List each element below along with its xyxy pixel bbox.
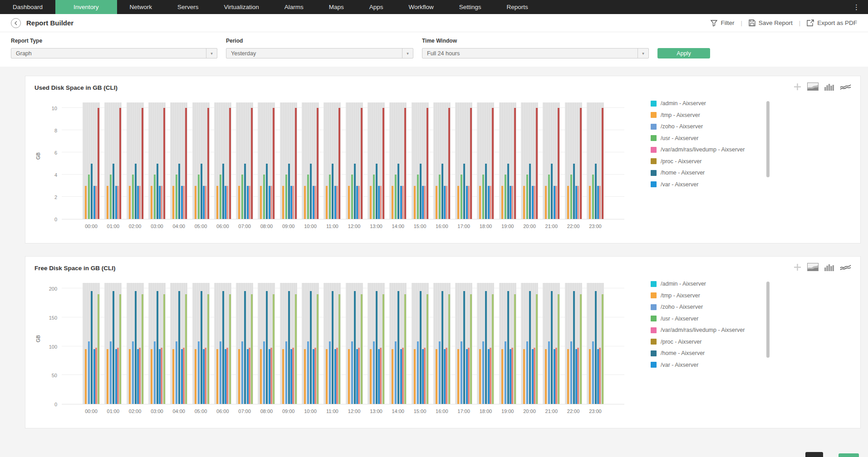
select-period[interactable]: Yesterday▾	[226, 48, 413, 58]
legend-item[interactable]: /admin - Aixserver	[651, 100, 770, 107]
x-tick-label: 08:00	[255, 408, 278, 414]
bar	[592, 175, 594, 219]
bar	[338, 108, 340, 219]
bar	[505, 175, 506, 219]
chart-title: Used Disk Space in GB (CLI)	[34, 84, 851, 91]
category-band	[587, 283, 604, 404]
select-time-window[interactable]: Full 24 hours▾	[422, 48, 649, 58]
category-band	[543, 102, 560, 219]
nav-item-servers[interactable]: Servers	[165, 0, 211, 14]
category-band	[587, 102, 604, 219]
floating-chat-button[interactable]	[839, 453, 859, 457]
line-chart-type-icon[interactable]	[840, 83, 851, 90]
bar	[595, 291, 597, 404]
x-tick-label: 11:00	[321, 408, 343, 414]
legend-label: /usr - Aixserver	[661, 316, 698, 322]
legend-item[interactable]: /var/adm/ras/livedump - Aixserver	[651, 327, 770, 333]
area-chart-type-icon[interactable]	[807, 83, 819, 91]
category-band	[148, 283, 166, 404]
bar	[545, 186, 547, 219]
x-tick-label: 19:00	[496, 408, 519, 414]
filter-button[interactable]: Filter	[711, 19, 734, 26]
bar	[417, 341, 419, 404]
add-icon[interactable]	[794, 263, 801, 271]
nav-item-maps[interactable]: Maps	[316, 0, 357, 14]
add-icon[interactable]	[794, 83, 801, 91]
legend-item[interactable]: /zoho - Aixserver	[651, 123, 770, 130]
bar	[88, 341, 90, 404]
bar	[602, 294, 603, 404]
legend-item[interactable]: /home - Aixserver	[651, 350, 770, 356]
bar	[380, 348, 382, 404]
bar	[119, 294, 121, 404]
legend-item[interactable]: /var - Aixserver	[651, 181, 770, 188]
bar	[548, 341, 550, 404]
legend-item[interactable]: /proc - Aixserver	[651, 339, 770, 345]
legend-item[interactable]: /usr - Aixserver	[651, 135, 770, 141]
nav-item-alarms[interactable]: Alarms	[272, 0, 316, 14]
apply-button[interactable]: Apply	[657, 48, 710, 58]
category-band	[214, 102, 231, 219]
bar	[501, 186, 503, 219]
select-report-type[interactable]: Graph▾	[11, 48, 217, 58]
bar	[91, 164, 93, 219]
category-band	[302, 283, 319, 404]
legend-item[interactable]: /tmp - Aixserver	[651, 292, 770, 299]
page-title: Report Builder	[26, 19, 74, 27]
x-tick-label: 01:00	[102, 224, 124, 229]
action-label: Save Report	[759, 19, 793, 26]
nav-item-dashboard[interactable]: Dashboard	[0, 0, 55, 14]
legend-item[interactable]: /var - Aixserver	[651, 362, 770, 368]
gridline	[62, 196, 624, 197]
x-tick-label: 09:00	[277, 408, 300, 414]
bar	[536, 108, 538, 219]
bar	[577, 348, 579, 404]
line-chart-type-icon[interactable]	[840, 264, 851, 271]
legend-swatch	[651, 181, 657, 187]
bar	[479, 349, 481, 404]
bar	[595, 164, 597, 219]
legend-item[interactable]: /admin - Aixserver	[651, 281, 770, 287]
bar-chart-type-icon[interactable]	[824, 263, 834, 271]
kebab-menu-icon[interactable]: ⋮	[849, 0, 863, 14]
nav-item-reports[interactable]: Reports	[494, 0, 541, 14]
legend-label: /home - Aixserver	[661, 350, 705, 356]
nav-item-virtualization[interactable]: Virtualization	[211, 0, 272, 14]
nav-item-apps[interactable]: Apps	[357, 0, 396, 14]
legend-item[interactable]: /tmp - Aixserver	[651, 112, 770, 118]
nav-items: DashboardInventoryNetworkServersVirtuali…	[0, 0, 541, 14]
category-band	[236, 283, 253, 404]
category-band	[258, 283, 275, 404]
back-button[interactable]	[11, 18, 21, 28]
nav-item-inventory[interactable]: Inventory	[55, 0, 117, 14]
legend-item[interactable]: /var/adm/ras/livedump - Aixserver	[651, 146, 770, 153]
save-report-button[interactable]: Save Report	[749, 19, 793, 26]
nav-item-settings[interactable]: Settings	[446, 0, 494, 14]
bar	[354, 164, 356, 219]
legend-scrollbar[interactable]	[766, 282, 770, 358]
export-as-pdf-button[interactable]: Export as PDF	[807, 19, 857, 26]
legend-item[interactable]: /proc - Aixserver	[651, 158, 770, 165]
legend-item[interactable]: /usr - Aixserver	[651, 316, 770, 322]
legend-scrollbar[interactable]	[766, 101, 770, 177]
floating-dark-button[interactable]	[805, 452, 823, 457]
chevron-left-icon	[14, 21, 18, 25]
bar	[107, 349, 108, 404]
legend-item[interactable]: /zoho - Aixserver	[651, 304, 770, 310]
bar	[376, 291, 378, 404]
gridline	[62, 288, 624, 288]
legend-item[interactable]: /home - Aixserver	[651, 170, 770, 176]
area-chart-type-icon[interactable]	[807, 263, 819, 271]
bar	[317, 108, 319, 219]
bar	[107, 186, 108, 219]
category-band	[521, 283, 538, 404]
nav-item-network[interactable]: Network	[117, 0, 165, 14]
bar	[98, 108, 99, 219]
top-nav: DashboardInventoryNetworkServersVirtuali…	[0, 0, 868, 14]
y-tick-label: 150	[49, 315, 57, 321]
category-band	[127, 102, 144, 219]
y-axis-unit-label: GB	[34, 280, 43, 404]
chart-legend: /admin - Aixserver/tmp - Aixserver/zoho …	[651, 99, 770, 231]
bar-chart-type-icon[interactable]	[824, 83, 834, 91]
nav-item-workflow[interactable]: Workflow	[396, 0, 446, 14]
